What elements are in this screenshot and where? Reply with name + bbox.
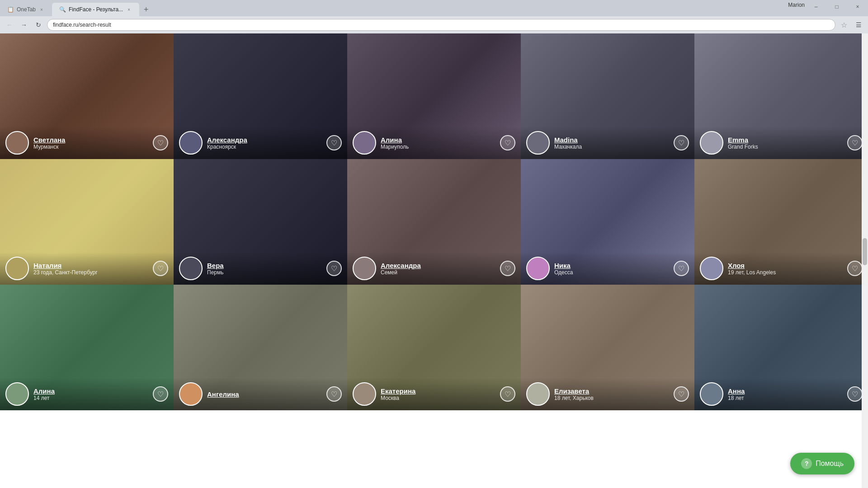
avatar[interactable] — [353, 257, 376, 280]
card-name[interactable]: Emma — [728, 136, 843, 144]
card-bottom-overlay: Анна18 лет♡ — [694, 378, 868, 410]
card-bottom-overlay: АлександраСемей♡ — [347, 252, 521, 285]
result-card[interactable]: Анна18 лет♡ — [694, 285, 868, 410]
avatar[interactable] — [179, 257, 203, 280]
result-card[interactable]: Наталия23 года, Санкт-Петербург♡ — [0, 159, 174, 285]
heart-like-btn[interactable]: ♡ — [847, 261, 863, 276]
avatar[interactable] — [526, 131, 550, 155]
result-card[interactable]: АлександраКрасноярск♡ — [174, 33, 347, 159]
heart-like-btn[interactable]: ♡ — [326, 135, 342, 150]
avatar[interactable] — [353, 382, 376, 406]
help-button[interactable]: ? Помощь — [790, 453, 854, 474]
heart-like-btn[interactable]: ♡ — [153, 261, 168, 276]
avatar[interactable] — [526, 257, 550, 280]
heart-like-btn[interactable]: ♡ — [500, 261, 515, 276]
result-card[interactable]: АлександраСемей♡ — [347, 159, 521, 285]
heart-like-btn[interactable]: ♡ — [500, 135, 515, 150]
window-minimize-btn[interactable]: – — [806, 0, 826, 14]
card-location: 19 лет, Los Angeles — [728, 269, 843, 276]
card-bottom-overlay: ВераПермь♡ — [174, 252, 347, 285]
result-card[interactable]: ЕкатеринаМосква♡ — [347, 285, 521, 410]
card-bottom-overlay: Ангелина♡ — [174, 378, 347, 410]
result-card[interactable]: EmmaGrand Forks♡ — [694, 33, 868, 159]
result-card[interactable]: СветланаМурманск♡ — [0, 33, 174, 159]
result-card[interactable]: Хлоя19 лет, Los Angeles♡ — [694, 159, 868, 285]
card-name[interactable]: Алина — [381, 136, 495, 144]
card-name[interactable]: Наталия — [33, 262, 148, 269]
refresh-btn[interactable]: ↻ — [33, 19, 44, 31]
card-name[interactable]: Александра — [381, 262, 495, 269]
card-name[interactable]: Анна — [728, 387, 843, 395]
address-bar[interactable]: findface.ru/search-result — [47, 19, 835, 31]
card-bottom-overlay: Хлоя19 лет, Los Angeles♡ — [694, 252, 868, 285]
tab-favicon: 📋 — [7, 6, 14, 13]
tab-onetab[interactable]: 📋 OneTab × — [0, 3, 52, 16]
tab-close-onetab[interactable]: × — [38, 6, 45, 13]
tab-new[interactable]: + — [139, 3, 153, 16]
result-card[interactable]: Алина14 лет♡ — [0, 285, 174, 410]
avatar[interactable] — [700, 382, 723, 406]
result-card[interactable]: АлинаМариуполь♡ — [347, 33, 521, 159]
result-card[interactable]: НикаОдесса♡ — [521, 159, 694, 285]
card-name[interactable]: Madina — [554, 136, 669, 144]
card-info: АлександраСемей — [381, 262, 495, 276]
help-icon: ? — [801, 458, 812, 469]
bookmark-star-btn[interactable]: ☆ — [838, 19, 850, 31]
heart-like-btn[interactable]: ♡ — [326, 261, 342, 276]
card-name[interactable]: Александра — [207, 136, 322, 144]
card-location: Мурманск — [33, 144, 148, 150]
card-name[interactable]: Елизавета — [554, 387, 669, 395]
avatar[interactable] — [179, 131, 203, 155]
back-btn[interactable]: ← — [4, 19, 15, 31]
card-name[interactable]: Екатерина — [381, 387, 495, 395]
window-maximize-btn[interactable]: □ — [826, 0, 847, 14]
nav-bar: ← → ↻ findface.ru/search-result ☆ ☰ — [0, 16, 868, 33]
heart-like-btn[interactable]: ♡ — [847, 386, 863, 402]
heart-like-btn[interactable]: ♡ — [153, 135, 168, 150]
scrollbar-thumb[interactable] — [863, 238, 867, 265]
user-label: Marion — [788, 2, 805, 8]
result-card[interactable]: MadinaМахачкала♡ — [521, 33, 694, 159]
avatar[interactable] — [179, 382, 203, 406]
tab-close-findface[interactable]: × — [126, 6, 132, 13]
card-info: Хлоя19 лет, Los Angeles — [728, 262, 843, 276]
avatar[interactable] — [5, 257, 29, 280]
browser-menu-btn[interactable]: ☰ — [853, 19, 864, 31]
avatar[interactable] — [526, 382, 550, 406]
avatar[interactable] — [353, 131, 376, 155]
heart-like-btn[interactable]: ♡ — [674, 261, 689, 276]
card-bottom-overlay: ЕкатеринаМосква♡ — [347, 378, 521, 410]
card-info: ЕкатеринаМосква — [381, 387, 495, 401]
card-name[interactable]: Вера — [207, 262, 322, 269]
heart-like-btn[interactable]: ♡ — [500, 386, 515, 402]
scrollbar[interactable] — [862, 33, 868, 488]
card-name[interactable]: Хлоя — [728, 262, 843, 269]
heart-like-btn[interactable]: ♡ — [674, 135, 689, 150]
tab-label: FindFace - Результа... — [69, 6, 123, 13]
heart-like-btn[interactable]: ♡ — [847, 135, 863, 150]
card-name[interactable]: Ангелина — [207, 390, 322, 398]
card-location: 14 лет — [33, 395, 148, 401]
heart-like-btn[interactable]: ♡ — [674, 386, 689, 402]
tab-favicon: 🔍 — [59, 6, 66, 13]
heart-like-btn[interactable]: ♡ — [326, 386, 342, 402]
forward-btn[interactable]: → — [18, 19, 30, 31]
result-card[interactable]: ВераПермь♡ — [174, 159, 347, 285]
card-info: Анна18 лет — [728, 387, 843, 401]
card-name[interactable]: Ника — [554, 262, 669, 269]
avatar[interactable] — [700, 257, 723, 280]
avatar[interactable] — [5, 382, 29, 406]
card-name[interactable]: Светлана — [33, 136, 148, 144]
browser-chrome: 📋 OneTab × 🔍 FindFace - Результа... × + … — [0, 0, 868, 33]
result-card[interactable]: Ангелина♡ — [174, 285, 347, 410]
tab-findface[interactable]: 🔍 FindFace - Результа... × — [52, 3, 139, 16]
card-location: Grand Forks — [728, 144, 843, 150]
result-card[interactable]: Елизавета18 лет, Харьков♡ — [521, 285, 694, 410]
help-label: Помощь — [816, 460, 844, 468]
card-name[interactable]: Алина — [33, 387, 148, 395]
avatar[interactable] — [700, 131, 723, 155]
window-close-btn[interactable]: × — [847, 0, 868, 14]
card-bottom-overlay: MadinaМахачкала♡ — [521, 127, 694, 159]
heart-like-btn[interactable]: ♡ — [153, 386, 168, 402]
avatar[interactable] — [5, 131, 29, 155]
